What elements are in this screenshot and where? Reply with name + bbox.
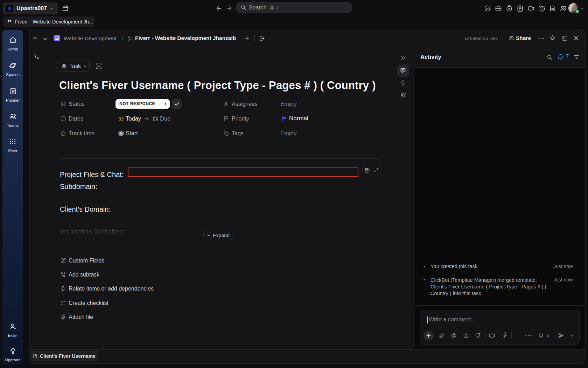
- svg-text:25: 25: [11, 90, 15, 93]
- svg-text:ID: ID: [97, 65, 100, 68]
